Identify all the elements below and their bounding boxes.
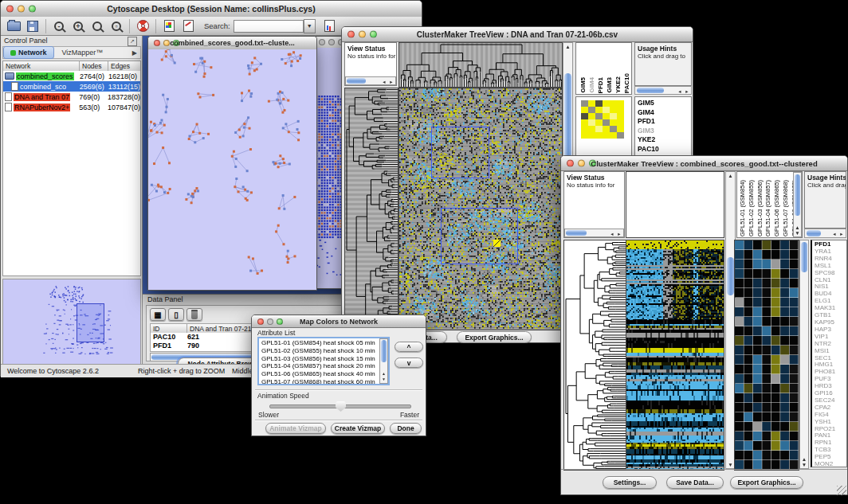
save-session-button[interactable]: [23, 18, 42, 35]
scroll-up-arrow[interactable]: ▲: [800, 456, 808, 462]
scroll-left-arrow[interactable]: ◂: [677, 88, 683, 94]
attribute-item[interactable]: GPL51-02 (GSM855) heat shock 10 min: [259, 347, 388, 355]
close-button[interactable]: [6, 6, 14, 13]
scroll-left-arrow[interactable]: ◂: [609, 231, 615, 236]
zoom-selected-button[interactable]: ▫: [107, 18, 126, 35]
map-colors-dialog[interactable]: Map Colors to Network Attribute List GPL…: [251, 315, 426, 436]
help-button[interactable]: [133, 18, 152, 35]
search-input[interactable]: [234, 20, 304, 33]
network-row-rnapubernov2[interactable]: RNAPuberNov2+ 563(0) 107847(0): [3, 102, 140, 112]
close-button[interactable]: [347, 31, 355, 38]
column-dendrogram-canvas[interactable]: [398, 42, 563, 88]
scroll-left-arrow[interactable]: ◂: [831, 231, 838, 236]
scrollbar-thumb[interactable]: [801, 242, 807, 272]
close-button[interactable]: [319, 39, 325, 45]
scroll-right-arrow[interactable]: ▸: [388, 79, 395, 84]
animation-speed-slider[interactable]: [269, 404, 411, 408]
scroll-up-arrow[interactable]: ▲: [380, 371, 387, 377]
network-view-window[interactable]: combined_scores_good.txt--cluste...: [147, 36, 317, 291]
save-data-button[interactable]: Save Data...: [666, 476, 724, 489]
new-attribute-button[interactable]: ▯: [168, 308, 184, 321]
create-vizmap-button[interactable]: Create Vizmap: [331, 423, 385, 434]
treeview2-title-bar[interactable]: ClusterMaker TreeView : combined_scores_…: [561, 156, 847, 171]
scroll-down-arrow[interactable]: ▼: [794, 230, 801, 236]
scroll-left-arrow[interactable]: ◂: [381, 79, 387, 84]
zoom-fit-button[interactable]: [88, 18, 107, 35]
row-dendrogram-canvas[interactable]: [563, 240, 626, 471]
close-button[interactable]: [154, 40, 160, 46]
delete-attribute-button[interactable]: [186, 308, 202, 321]
usage-hints-hscrollbar[interactable]: ◂ ▸: [634, 86, 692, 95]
col-header-nodes[interactable]: Nodes: [80, 61, 108, 71]
slider-thumb[interactable]: [336, 401, 346, 412]
scrollbar-thumb[interactable]: [637, 88, 664, 93]
minimize-button[interactable]: [328, 39, 335, 45]
treeview-window-combined-scores[interactable]: ClusterMaker TreeView : combined_scores_…: [560, 155, 848, 495]
move-down-button[interactable]: v: [395, 357, 423, 368]
vizmapper-button[interactable]: [159, 18, 179, 35]
zoom-in-button[interactable]: +: [69, 18, 88, 35]
export-graphics-button[interactable]: Export Graphics...: [730, 476, 803, 489]
scroll-up-arrow[interactable]: ▲: [794, 225, 801, 230]
scrollbar-thumb[interactable]: [795, 174, 800, 216]
zoomed-heatmap-canvas[interactable]: [734, 240, 799, 471]
similarity-matrix[interactable]: [581, 100, 624, 139]
network-overview-canvas[interactable]: [2, 279, 141, 365]
network-window-title-bar[interactable]: combined_scores_good.txt--cluste...: [148, 37, 316, 50]
treeview1-title-bar[interactable]: ClusterMaker TreeView : DNA and Tran 07-…: [342, 27, 693, 42]
attribute-item[interactable]: GPL51-04 (GSM857) heat shock 20 min: [259, 362, 388, 370]
export-graphics-button[interactable]: Export Graphics...: [457, 331, 532, 343]
settings-button[interactable]: Settings...: [603, 476, 657, 489]
report-button[interactable]: [320, 18, 340, 35]
scrollbar-thumb[interactable]: [807, 230, 821, 236]
col-header-network[interactable]: Network: [3, 61, 80, 71]
network-row-combined-scores[interactable]: combined_scores 2764(0) 16218(0): [3, 71, 140, 81]
zoom-vscrollbar[interactable]: ▲ ▼: [799, 240, 809, 469]
float-panel-icon[interactable]: ↗: [128, 37, 137, 46]
view-status-hscrollbar[interactable]: ◂ ▸: [345, 76, 396, 85]
scroll-right-arrow[interactable]: ▸: [616, 231, 622, 236]
animate-vizmap-button[interactable]: Animate Vizmap: [265, 423, 326, 434]
resize-grip[interactable]: [837, 486, 846, 495]
search-dropdown-button[interactable]: ▼: [304, 19, 316, 33]
scrollbar-thumb[interactable]: [347, 78, 366, 84]
close-button[interactable]: [257, 318, 264, 325]
annotation-button[interactable]: [179, 18, 198, 35]
scroll-up-arrow[interactable]: ▲: [726, 173, 735, 178]
column-dendrogram-area[interactable]: [626, 171, 724, 238]
heatmap-canvas[interactable]: [398, 88, 563, 330]
scroll-down-arrow[interactable]: ▼: [800, 462, 808, 467]
attribute-item[interactable]: GPL51-07 (GSM868) heat shock 60 min: [259, 378, 388, 385]
done-button[interactable]: Done: [390, 423, 422, 434]
attribute-item[interactable]: GPL51-06 (GSM865) heat shock 40 min: [259, 370, 388, 378]
scrollbar-thumb[interactable]: [381, 340, 387, 362]
data-col-id[interactable]: ID: [151, 324, 187, 333]
network-view-canvas[interactable]: [148, 49, 316, 290]
dialog-title-bar[interactable]: Map Colors to Network: [252, 315, 426, 328]
heatmap-canvas[interactable]: [626, 240, 724, 471]
column-label-vscrollbar[interactable]: ▲ ▼: [793, 172, 802, 237]
open-session-button[interactable]: [4, 18, 23, 35]
attribute-item[interactable]: GPL51-01 (GSM854) heat shock 05 min: [259, 339, 388, 347]
view-status-hscrollbar[interactable]: ◂ ▸: [564, 229, 624, 237]
row-dendrogram-canvas[interactable]: [344, 88, 398, 330]
scroll-down-arrow[interactable]: ▼: [380, 377, 387, 382]
col-header-edges[interactable]: Edges: [108, 61, 140, 71]
attribute-item[interactable]: GPL51-03 (GSM856) heat shock 15 min: [259, 355, 388, 363]
main-title-bar[interactable]: Cytoscape Desktop (Session Name: collins…: [1, 1, 422, 18]
tab-vizmapper[interactable]: VizMapper™: [54, 49, 112, 57]
tab-overflow-arrow[interactable]: ▶: [132, 49, 137, 57]
network-row-dna-tran[interactable]: DNA and Tran 07 769(0) 183728(0): [3, 92, 140, 102]
table-mode-button[interactable]: ▦: [150, 308, 166, 321]
zoom-out-button[interactable]: -: [49, 18, 69, 35]
tab-network[interactable]: Network: [3, 46, 54, 59]
usage-hints-hscrollbar[interactable]: ◂ ▸: [804, 229, 846, 238]
scroll-up-arrow[interactable]: ▲: [563, 44, 572, 49]
gene-label[interactable]: MON2: [812, 461, 846, 467]
scrollbar-thumb[interactable]: [566, 230, 587, 236]
scroll-right-arrow[interactable]: ▸: [684, 88, 690, 94]
scroll-right-arrow[interactable]: ▸: [838, 231, 845, 236]
scrollbar-thumb[interactable]: [727, 257, 734, 295]
attribute-list-vscrollbar[interactable]: ▲ ▼: [379, 338, 388, 384]
move-up-button[interactable]: ^: [395, 342, 423, 352]
